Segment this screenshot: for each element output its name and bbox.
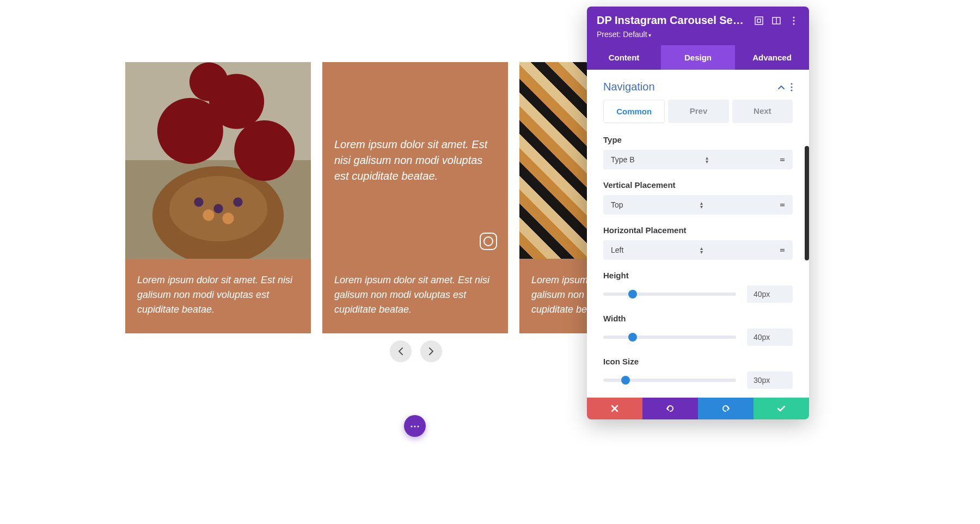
sub-tab-common[interactable]: Common — [603, 100, 665, 123]
vertical-placement-select[interactable]: Top ▴▾ — [603, 195, 793, 215]
panel-footer — [587, 398, 809, 419]
more-vertical-icon[interactable] — [791, 83, 793, 92]
carousel-card[interactable]: Lorem ipsum dolor sit amet. Est nisi gal… — [125, 62, 311, 333]
field-vertical-placement: Vertical Placement Top ▴▾ — [587, 177, 809, 222]
sub-tab-next[interactable]: Next — [732, 100, 793, 123]
next-button[interactable] — [420, 340, 442, 362]
scrollbar-thumb[interactable] — [805, 146, 809, 260]
tab-design[interactable]: Design — [661, 45, 735, 70]
svg-point-7 — [791, 83, 792, 84]
field-label: Type — [603, 135, 793, 144]
preset-selector[interactable]: Preset: Default — [597, 30, 799, 39]
select-value: Left — [611, 246, 623, 254]
save-button[interactable] — [754, 398, 809, 419]
chevron-up-icon[interactable] — [777, 84, 785, 90]
field-label: Vertical Placement — [603, 180, 793, 190]
card-image-overlay: Lorem ipsum dolor sit amet. Est nisi gal… — [322, 62, 508, 259]
svg-point-5 — [793, 20, 794, 21]
horizontal-placement-select[interactable]: Left ▴▾ — [603, 240, 793, 260]
cancel-button[interactable] — [587, 398, 642, 419]
icon-size-slider[interactable] — [603, 379, 736, 382]
sub-tabs: Common Prev Next — [587, 100, 809, 132]
section-header[interactable]: Navigation — [587, 70, 809, 100]
expand-icon[interactable] — [754, 15, 764, 26]
field-label: Icon Size — [603, 357, 793, 366]
panel-tabs: Content Design Advanced — [587, 45, 809, 70]
panel-title: DP Instagram Carousel Setti… — [597, 14, 747, 27]
card-caption: Lorem ipsum dolor sit amet. Est nisi gal… — [322, 259, 508, 333]
slider-thumb[interactable] — [628, 333, 637, 342]
columns-icon[interactable] — [771, 15, 782, 26]
field-icon-size: Icon Size 30px — [587, 354, 809, 397]
width-slider[interactable] — [603, 336, 736, 339]
svg-rect-1 — [757, 19, 761, 22]
slider-thumb[interactable] — [621, 376, 630, 385]
svg-point-4 — [793, 16, 794, 18]
width-value[interactable]: 40px — [747, 328, 793, 346]
svg-point-6 — [793, 23, 794, 25]
sub-tab-prev[interactable]: Prev — [668, 100, 728, 123]
field-horizontal-placement: Horizontal Placement Left ▴▾ — [587, 222, 809, 267]
field-label: Width — [603, 314, 793, 323]
field-width: Width 40px — [587, 310, 809, 354]
slider-thumb[interactable] — [628, 290, 637, 298]
prev-button[interactable] — [390, 340, 412, 362]
field-label: Horizontal Placement — [603, 226, 793, 235]
select-value: Top — [611, 200, 623, 209]
settings-panel: DP Instagram Carousel Setti… Preset: Def… — [587, 7, 809, 419]
select-value: Type B — [611, 155, 635, 164]
height-slider[interactable] — [603, 293, 736, 296]
card-image — [125, 62, 311, 259]
select-arrows-icon: ▴▾ — [700, 246, 703, 254]
more-vertical-icon[interactable] — [788, 15, 799, 26]
carousel-card[interactable]: Lorem ipsum dolor sit amet. Est nisi gal… — [322, 62, 508, 333]
field-type: Type Type B ▴▾ — [587, 132, 809, 177]
tab-advanced[interactable]: Advanced — [735, 45, 809, 70]
card-caption: Lorem ipsum dolor sit amet. Est nisi gal… — [125, 259, 311, 333]
section-title: Navigation — [603, 81, 655, 93]
carousel-nav — [390, 340, 442, 362]
overlay-text: Lorem ipsum dolor sit amet. Est nisi gal… — [322, 137, 508, 184]
type-select[interactable]: Type B ▴▾ — [603, 150, 793, 169]
field-label: Height — [603, 271, 793, 280]
redo-button[interactable] — [698, 398, 754, 419]
icon-size-value[interactable]: 30px — [747, 371, 793, 389]
select-arrows-icon: ▴▾ — [700, 201, 703, 209]
height-value[interactable]: 40px — [747, 285, 793, 303]
panel-body: Navigation Common Prev Next Type — [587, 70, 809, 398]
instagram-icon[interactable] — [480, 233, 497, 250]
field-height: Height 40px — [587, 267, 809, 310]
fab-more-button[interactable] — [404, 415, 426, 437]
select-arrows-icon: ▴▾ — [706, 156, 708, 163]
tab-content[interactable]: Content — [587, 45, 661, 70]
svg-point-9 — [791, 89, 792, 91]
panel-header: DP Instagram Carousel Setti… Preset: Def… — [587, 7, 809, 45]
svg-point-8 — [791, 86, 792, 88]
svg-rect-0 — [755, 17, 763, 25]
undo-button[interactable] — [642, 398, 698, 419]
